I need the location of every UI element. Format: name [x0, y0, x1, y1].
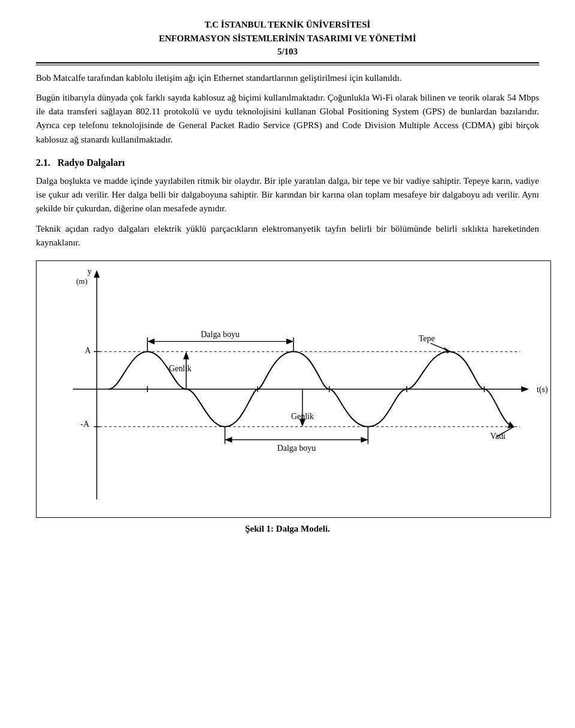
amplitude-pos-label: A	[85, 346, 91, 355]
page-number: 5/103	[36, 45, 539, 59]
paragraph-4: Teknik açıdan radyo dalgaları elektrik y…	[36, 222, 539, 250]
svg-marker-3	[521, 386, 529, 392]
svg-marker-1	[94, 270, 100, 278]
y-axis-label: y	[87, 267, 92, 276]
university-name: T.C İSTANBUL TEKNİK ÜNİVERSİTESİ	[36, 18, 539, 32]
y-unit-label: (m)	[76, 277, 87, 286]
svg-marker-15	[361, 437, 368, 443]
section-number: 2.1.	[36, 157, 50, 168]
section-heading: 2.1. Radyo Dalgaları	[36, 157, 539, 168]
figure-caption: Şekil 1: Dalga Modeli.	[36, 524, 539, 534]
document-header: T.C İSTANBUL TEKNİK ÜNİVERSİTESİ ENFORMA…	[36, 18, 539, 65]
paragraph-3: Dalga boşlukta ve madde içinde yayılabil…	[36, 174, 539, 216]
wave-svg: y (m) A -A t(s)	[37, 261, 550, 517]
paragraph-2: Bugün itibarıyla dünyada çok farklı sayı…	[36, 91, 539, 147]
svg-marker-23	[183, 351, 189, 359]
amplitude-neg-label: -A	[80, 420, 89, 429]
svg-marker-14	[225, 437, 232, 443]
page: T.C İSTANBUL TEKNİK ÜNİVERSİTESİ ENFORMA…	[0, 0, 575, 728]
wavelength-top-label: Dalga boyu	[201, 330, 240, 339]
paragraph-1: Bob Matcalfe tarafından kablolu iletişim…	[36, 71, 539, 85]
figure-wave-diagram: y (m) A -A t(s)	[36, 260, 551, 518]
figure-caption-text: Dalga Modeli.	[274, 524, 330, 533]
section-title: Radyo Dalgaları	[58, 157, 125, 168]
amplitude-top-label: Genlik	[169, 364, 192, 373]
t-axis-label: t(s)	[537, 385, 548, 395]
wavelength-bottom-label: Dalga boyu	[277, 444, 316, 453]
figure-caption-bold: Şekil 1:	[245, 524, 274, 533]
peak-label: Tepe	[419, 334, 435, 343]
svg-marker-10	[286, 338, 293, 344]
course-name: ENFORMASYON SİSTEMLERİNİN TASARIMI VE YÖ…	[36, 32, 539, 46]
svg-marker-9	[147, 338, 155, 344]
svg-marker-25	[299, 419, 305, 427]
